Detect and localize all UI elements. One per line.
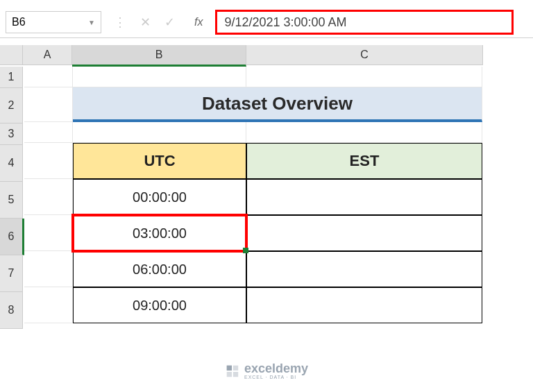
- select-all-corner[interactable]: [0, 45, 23, 65]
- watermark: exceldemy EXCEL · DATA · BI: [225, 362, 308, 380]
- cell-B5[interactable]: 00:00:00: [73, 179, 246, 215]
- watermark-main: exceldemy: [244, 362, 308, 375]
- title-cell[interactable]: Dataset Overview: [73, 87, 482, 122]
- cell-C8[interactable]: [246, 287, 482, 323]
- cell-B1[interactable]: [73, 67, 246, 87]
- cell-B3[interactable]: [73, 122, 246, 143]
- row-headers: 1 2 3 4 5 6 7 8: [0, 67, 24, 329]
- formula-input-value: 9/12/2021 3:00:00 AM: [224, 15, 346, 30]
- enter-icon[interactable]: ✓: [164, 15, 175, 30]
- formula-bar: B6 ▼ ⋮ ✕ ✓ fx 9/12/2021 3:00:00 AM: [0, 7, 533, 38]
- formula-controls: ⋮ ✕ ✓: [107, 15, 182, 30]
- cells-area: Dataset Overview UTC EST 00:00:00: [24, 67, 482, 329]
- cell-B6[interactable]: 03:00:00: [73, 215, 246, 251]
- cell-C5[interactable]: [246, 179, 482, 215]
- name-box-dropdown-icon[interactable]: ▼: [88, 19, 95, 26]
- cell-C3[interactable]: [246, 122, 482, 143]
- row-header-4[interactable]: 4: [0, 145, 23, 182]
- cancel-icon[interactable]: ✕: [140, 15, 151, 30]
- cell-A2[interactable]: [24, 87, 73, 122]
- row-header-7[interactable]: 7: [0, 255, 23, 292]
- cell-A1[interactable]: [24, 67, 73, 87]
- cell-A7[interactable]: [24, 251, 73, 287]
- cell-C1[interactable]: [246, 67, 482, 87]
- col-header-A[interactable]: A: [23, 45, 72, 65]
- spreadsheet-grid: A B C 1 2 3 4 5 6 7 8: [0, 45, 533, 329]
- row-header-2[interactable]: 2: [0, 88, 23, 123]
- row-header-1[interactable]: 1: [0, 67, 23, 88]
- fill-handle[interactable]: [243, 248, 248, 253]
- cell-A8[interactable]: [24, 287, 73, 323]
- cell-C6[interactable]: [246, 215, 482, 251]
- cell-B8[interactable]: 09:00:00: [73, 287, 246, 323]
- cell-A4[interactable]: [24, 143, 73, 179]
- name-box[interactable]: B6 ▼: [6, 11, 101, 33]
- fx-label[interactable]: fx: [187, 16, 210, 28]
- cell-A5[interactable]: [24, 179, 73, 215]
- cell-B7[interactable]: 06:00:00: [73, 251, 246, 287]
- header-est[interactable]: EST: [246, 143, 482, 179]
- header-utc[interactable]: UTC: [73, 143, 246, 179]
- cell-A3[interactable]: [24, 122, 73, 143]
- row-header-8[interactable]: 8: [0, 292, 23, 329]
- separator-icon: ⋮: [114, 15, 126, 30]
- col-header-B[interactable]: B: [72, 45, 246, 67]
- col-header-C[interactable]: C: [246, 45, 483, 65]
- row-header-6[interactable]: 6: [0, 219, 24, 255]
- name-box-value: B6: [12, 16, 26, 28]
- watermark-icon: [225, 364, 240, 379]
- cell-B6-value: 03:00:00: [133, 225, 187, 241]
- cell-C7[interactable]: [246, 251, 482, 287]
- cell-A6[interactable]: [24, 215, 73, 251]
- row-header-3[interactable]: 3: [0, 123, 23, 145]
- row-header-5[interactable]: 5: [0, 182, 23, 219]
- watermark-sub: EXCEL · DATA · BI: [244, 375, 308, 380]
- formula-input[interactable]: 9/12/2021 3:00:00 AM: [215, 10, 514, 35]
- column-headers: A B C: [23, 45, 483, 67]
